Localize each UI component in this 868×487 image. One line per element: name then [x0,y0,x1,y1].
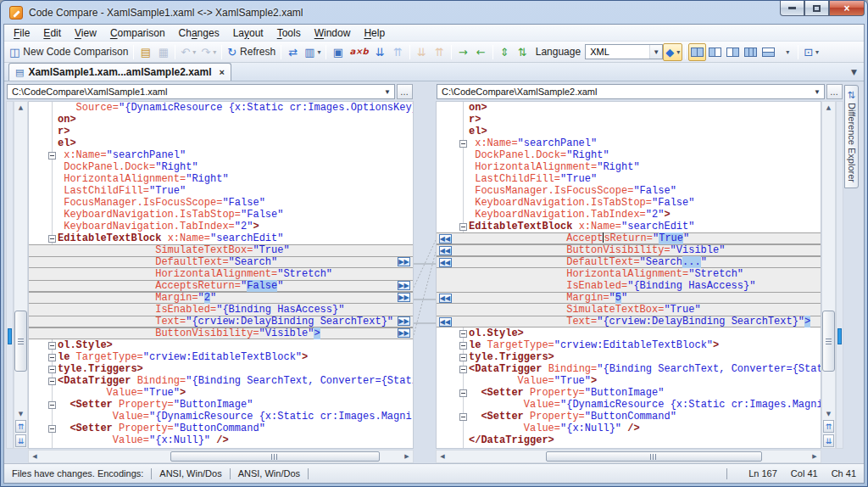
code-line[interactable]: Value="{DynamicResource {x:Static cr:Ima… [437,399,821,411]
pane-splitter[interactable] [414,83,436,463]
copy-to-right-button[interactable]: → [454,43,472,61]
code-line[interactable]: KeyboardNavigation.IsTabStop="False" [29,209,413,221]
right-encoding[interactable]: ANSI, Win/Dos [238,468,300,479]
code-line[interactable]: Margin="2"▶▶ [29,292,413,304]
collapse-region-icon[interactable] [459,223,467,231]
structure-comparison-button[interactable]: ▣ [329,43,347,61]
undo-button[interactable]: ↶▾ [178,43,198,61]
code-line[interactable]: ◀◀Text="{crview:DelayBinding SearchText}… [437,316,821,327]
scrollbar-track[interactable] [41,451,401,462]
code-line[interactable]: r> [29,126,413,137]
code-line[interactable]: IsEnabled="{Binding HasAccess}" [29,304,413,316]
title-bar[interactable]: Code Compare - XamlSample1.xaml <-> Xaml… [3,1,865,24]
code-line[interactable]: HorizontalAlignment="Right" [437,161,821,173]
code-line[interactable]: DockPanel.Dock="Right" [437,149,821,161]
copy-to-left-button[interactable]: ◀◀ [439,234,452,244]
menu-window[interactable]: Window [308,25,358,41]
code-line[interactable]: Value="{DynamicResource {x:Static cr:Ima… [29,411,413,423]
right-file-path-combobox[interactable]: C:\CodeCompare\XamlSample2.xaml ▼ [437,84,825,99]
scrollbar-thumb[interactable] [822,311,835,372]
code-line[interactable]: tyle.Triggers> [29,363,413,375]
code-line[interactable]: on> [29,114,413,126]
collapse-region-icon[interactable] [48,342,56,350]
code-line[interactable]: <Setter Property="ButtonCommand" [29,423,413,434]
copy-to-left-button[interactable]: ◀◀ [439,258,452,267]
copy-to-left-button[interactable]: ◀◀ [439,294,452,303]
expand-all-button[interactable]: ⇕ [496,43,514,61]
collapse-region-icon[interactable] [459,354,467,361]
next-change-button[interactable]: ⇊ [823,434,834,447]
code-line[interactable]: EditableTextBlock x:Name="searchEdit" [29,232,413,244]
scroll-down-icon[interactable]: ▼ [822,408,835,419]
new-code-comparison-button[interactable]: ◫New Code Comparison [7,43,131,61]
code-line[interactable]: KeyboardNavigation.TabIndex="2"> [437,209,821,221]
show-panel-button[interactable]: ⊡▾ [801,43,821,61]
code-line[interactable]: EditableTextBlock x:Name="searchEdit" [437,221,821,232]
layout-horizontal-split-button[interactable] [760,43,777,61]
save-button[interactable]: ▦ [154,43,172,61]
code-line[interactable]: ol.Style> [29,339,413,351]
code-line[interactable]: Value="True"> [437,375,821,387]
copy-to-left-button[interactable]: ◀◀ [439,317,452,327]
previous-change-button[interactable]: ⇈ [823,420,834,433]
scrollbar-track[interactable] [14,113,27,408]
scroll-right-icon[interactable]: ▶ [809,451,821,462]
code-line[interactable]: <DataTrigger Binding="{Binding SearchTex… [29,375,413,387]
next-difference-button[interactable]: ⇊ [371,43,389,61]
left-encoding[interactable]: ANSI, Win/Dos [159,468,221,479]
collapse-region-icon[interactable] [459,413,467,421]
layout-three-panes-button[interactable] [742,43,760,61]
code-line[interactable]: tyle.Triggers> [437,351,821,363]
copy-to-left-button[interactable]: ◀◀ [439,246,452,255]
close-button[interactable]: × [829,1,865,16]
menu-tools[interactable]: Tools [270,25,308,41]
code-line[interactable]: ◀◀AcceptsReturn="True" [437,232,821,244]
right-diff-overview-margin[interactable] [836,101,843,449]
previous-difference-button[interactable]: ⇈ [389,43,407,61]
chevron-down-icon[interactable]: ▾ [676,48,680,56]
right-vertical-scrollbar[interactable]: ▲ ▼ ⇈ ⇊ [821,101,836,449]
collapse-region-icon[interactable] [48,401,56,409]
compare-details-button[interactable]: ⇄ [284,43,302,61]
code-line[interactable]: ◀◀DefaultText="Search..." [437,256,821,268]
code-line[interactable]: HorizontalAlignment="Right" [29,173,413,185]
left-vertical-scrollbar[interactable]: ▲ ▼ ⇈ ⇊ [14,101,28,449]
scroll-left-icon[interactable]: ◀ [29,451,41,462]
code-line[interactable]: KeyboardNavigation.IsTabStop="False" [437,197,821,209]
word-comparison-button[interactable]: a×b [347,43,370,61]
collapse-region-icon[interactable] [48,354,56,361]
language-select[interactable]: XML▼ [585,44,663,59]
code-line[interactable]: x:Name="searchPanel" [437,137,821,149]
layout-left-active-button[interactable] [706,43,724,61]
layout-two-panes-button[interactable] [688,43,706,61]
code-line[interactable]: SimulateTextBox="True" [437,304,821,316]
chevron-down-icon[interactable]: ▼ [381,88,394,96]
code-line[interactable]: SimulateTextBox="True" [29,244,413,256]
collapse-region-icon[interactable] [48,425,56,433]
chevron-down-icon[interactable]: ▾ [213,48,216,56]
chevron-down-icon[interactable]: ▼ [810,88,824,96]
code-line[interactable]: ButtonVisibility="Visible">▶▶ [29,327,413,339]
code-line[interactable]: KeyboardNavigation.TabIndex="2"> [29,221,413,232]
collapse-all-button[interactable]: ⇅ [514,43,531,61]
menu-view[interactable]: View [68,25,103,41]
left-browse-button[interactable]: … [397,84,413,99]
code-line[interactable]: ◀◀Margin="5" [437,292,821,304]
minimize-button[interactable] [780,1,804,16]
code-line[interactable]: Value="{x:Null}" /> [29,434,413,446]
right-code-editor[interactable]: on>r>el>x:Name="searchPanel"DockPanel.Do… [436,101,821,449]
chevron-down-icon[interactable]: ▾ [815,48,819,56]
code-line[interactable]: LastChildFill="True" [437,173,821,185]
open-file-button[interactable]: ▤ [136,43,154,61]
chevron-down-icon[interactable]: ▼ [649,45,662,59]
find-in-document-button[interactable]: ▥▾ [302,43,323,61]
next-change-button[interactable]: ⇊ [15,434,26,447]
collapse-region-icon[interactable] [48,152,56,160]
code-line[interactable]: IsEnabled="{Binding HasAccess}" [437,280,821,292]
copy-to-left-button[interactable]: ← [472,43,490,61]
collapse-region-icon[interactable] [48,366,56,373]
code-line[interactable]: <Setter Property="ButtonImage" [437,387,821,399]
syntax-highlighting-toggle[interactable]: ◆▾ [663,43,682,61]
chevron-down-icon[interactable]: ▾ [317,48,320,56]
collapse-region-icon[interactable] [48,235,56,243]
